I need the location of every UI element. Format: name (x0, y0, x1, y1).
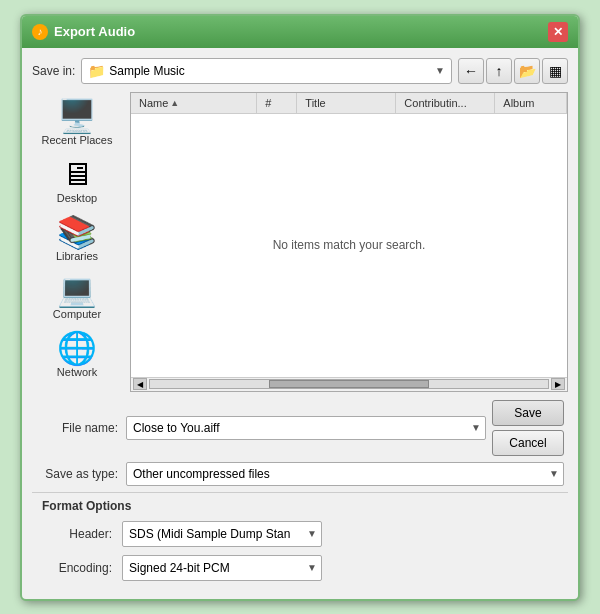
save-in-label: Save in: (32, 64, 75, 78)
sidebar-item-libraries[interactable]: 📚 Libraries (37, 212, 117, 266)
dialog-body: Save in: 📁 Sample Music ▼ ← ↑ 📂 ▦ 🖥️ Rec… (22, 48, 578, 599)
format-options-title: Format Options (32, 499, 568, 521)
scroll-left-button[interactable]: ◀ (133, 378, 147, 390)
sidebar-item-label: Recent Places (42, 134, 113, 146)
main-area: 🖥️ Recent Places 🖥 Desktop 📚 Libraries 💻… (32, 92, 568, 392)
save-in-row: Save in: 📁 Sample Music ▼ ← ↑ 📂 ▦ (32, 58, 568, 84)
column-title[interactable]: Title (297, 93, 396, 113)
scroll-track[interactable] (149, 379, 549, 389)
header-value: SDS (Midi Sample Dump Stan (129, 527, 290, 541)
header-row: Header: SDS (Midi Sample Dump Stan ▼ (32, 521, 568, 547)
libraries-icon: 📚 (57, 216, 97, 248)
folder-icon: 📁 (88, 63, 105, 79)
save-as-value: Other uncompressed files (133, 467, 270, 481)
file-list-header: Name ▲ # Title Contributin... Album (131, 93, 567, 114)
file-name-dropdown[interactable]: Close to You.aiff ▼ (126, 416, 486, 440)
header-label: Header: (42, 527, 122, 541)
bottom-section: File name: Close to You.aiff ▼ Save Canc… (32, 392, 568, 486)
dialog-icon: ♪ (32, 24, 48, 40)
sidebar-item-label: Network (57, 366, 97, 378)
save-as-dropdown[interactable]: Other uncompressed files ▼ (126, 462, 564, 486)
save-as-arrow: ▼ (549, 468, 559, 479)
save-button[interactable]: Save (492, 400, 564, 426)
sidebar-item-desktop[interactable]: 🖥 Desktop (37, 154, 117, 208)
toolbar-buttons: ← ↑ 📂 ▦ (458, 58, 568, 84)
encoding-row: Encoding: Signed 24-bit PCM ▼ (32, 555, 568, 581)
file-name-row: File name: Close to You.aiff ▼ Save Canc… (32, 400, 568, 456)
file-name-label: File name: (36, 421, 126, 435)
sidebar: 🖥️ Recent Places 🖥 Desktop 📚 Libraries 💻… (32, 92, 122, 392)
header-dropdown[interactable]: SDS (Midi Sample Dump Stan ▼ (122, 521, 322, 547)
file-name-arrow: ▼ (471, 422, 481, 433)
recent-places-icon: 🖥️ (57, 100, 97, 132)
encoding-value: Signed 24-bit PCM (129, 561, 230, 575)
desktop-icon: 🖥 (61, 158, 93, 190)
column-num[interactable]: # (257, 93, 297, 113)
encoding-dropdown[interactable]: Signed 24-bit PCM ▼ (122, 555, 322, 581)
title-bar: ♪ Export Audio ✕ (22, 16, 578, 48)
network-icon: 🌐 (57, 332, 97, 364)
sidebar-item-recent-places[interactable]: 🖥️ Recent Places (37, 96, 117, 150)
horizontal-scrollbar[interactable]: ◀ ▶ (131, 377, 567, 391)
view-button[interactable]: ▦ (542, 58, 568, 84)
sidebar-item-label: Libraries (56, 250, 98, 262)
computer-icon: 💻 (57, 274, 97, 306)
save-in-arrow: ▼ (435, 65, 445, 76)
sort-arrow: ▲ (170, 98, 179, 108)
column-contrib[interactable]: Contributin... (396, 93, 495, 113)
format-options-section: Format Options Header: SDS (Midi Sample … (32, 492, 568, 581)
new-folder-button[interactable]: 📂 (514, 58, 540, 84)
file-list-body: No items match your search. (131, 114, 567, 377)
sidebar-item-label: Desktop (57, 192, 97, 204)
column-album[interactable]: Album (495, 93, 567, 113)
encoding-label: Encoding: (42, 561, 122, 575)
close-button[interactable]: ✕ (548, 22, 568, 42)
file-name-value: Close to You.aiff (133, 421, 220, 435)
encoding-arrow: ▼ (307, 562, 317, 573)
save-in-dropdown[interactable]: 📁 Sample Music ▼ (81, 58, 452, 84)
cancel-button[interactable]: Cancel (492, 430, 564, 456)
save-as-row: Save as type: Other uncompressed files ▼ (32, 462, 568, 486)
up-button[interactable]: ↑ (486, 58, 512, 84)
empty-message: No items match your search. (273, 238, 426, 252)
header-arrow: ▼ (307, 528, 317, 539)
title-bar-left: ♪ Export Audio (32, 24, 135, 40)
file-list-container: Name ▲ # Title Contributin... Album No i… (130, 92, 568, 392)
column-name[interactable]: Name ▲ (131, 93, 257, 113)
sidebar-item-network[interactable]: 🌐 Network (37, 328, 117, 382)
action-buttons: Save Cancel (492, 400, 564, 456)
sidebar-item-label: Computer (53, 308, 101, 320)
scroll-thumb[interactable] (269, 380, 428, 388)
sidebar-item-computer[interactable]: 💻 Computer (37, 270, 117, 324)
save-in-value: Sample Music (109, 64, 184, 78)
scroll-right-button[interactable]: ▶ (551, 378, 565, 390)
dialog-title: Export Audio (54, 24, 135, 39)
back-button[interactable]: ← (458, 58, 484, 84)
save-as-label: Save as type: (36, 467, 126, 481)
export-audio-dialog: ♪ Export Audio ✕ Save in: 📁 Sample Music… (20, 14, 580, 601)
